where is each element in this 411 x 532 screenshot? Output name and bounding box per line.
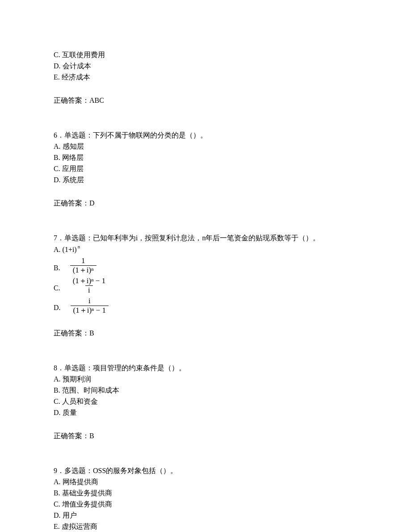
question-stem: 7．单选题：已知年利率为i，按照复利计息法，n年后一笔资金的贴现系数等于（）。	[54, 233, 357, 243]
answer-line: 正确答案：ABC	[54, 95, 357, 106]
option-c-label: C.	[54, 283, 60, 294]
option-c: C. 应用层	[54, 163, 357, 174]
answer-line: 正确答案：D	[54, 198, 357, 209]
answer-value: B	[89, 432, 94, 440]
option-b: B. 1 (1＋i)ⁿ	[54, 257, 357, 274]
option-c: C. (1＋i)ⁿ − 1 i	[54, 277, 357, 294]
answer-value: D	[89, 199, 95, 207]
question-6: 6．单选题：下列不属于物联网的分类的是（）。 A. 感知层 B. 网络层 C. …	[54, 130, 357, 209]
question-stem: 8．单选题：项目管理的约束条件是（）。	[54, 363, 357, 373]
fraction-denominator: (1＋i)ⁿ − 1	[71, 306, 109, 314]
question-8: 8．单选题：项目管理的约束条件是（）。 A. 预期利润 B. 范围、时间和成本 …	[54, 363, 357, 441]
fraction-denominator: i	[85, 285, 93, 294]
option-e: E. 经济成本	[54, 72, 357, 83]
formula-icon: (1＋i)ⁿ − 1 i	[70, 277, 109, 294]
option-c: C. 互联使用费用	[54, 50, 357, 60]
option-d: D. 系统层	[54, 175, 357, 185]
option-a-prefix: A. (1+i)	[54, 246, 77, 253]
option-b: B. 基础业务提供商	[54, 488, 357, 498]
answer-label: 正确答案：	[54, 432, 89, 440]
fraction-numerator: i	[86, 297, 93, 306]
answer-line: 正确答案：B	[54, 431, 357, 441]
option-d: D. 会计成本	[54, 61, 357, 71]
option-b: B. 范围、时间和成本	[54, 385, 357, 396]
fraction-numerator: 1	[79, 257, 88, 265]
fraction-numerator: (1＋i)ⁿ − 1	[70, 277, 109, 285]
option-a-sup: n	[78, 244, 80, 249]
question-5-partial: C. 互联使用费用 D. 会计成本 E. 经济成本 正确答案：ABC	[54, 50, 357, 106]
question-stem: 6．单选题：下列不属于物联网的分类的是（）。	[54, 130, 357, 141]
answer-label: 正确答案：	[54, 96, 89, 104]
answer-label: 正确答案：	[54, 199, 89, 207]
formula-icon: 1 (1＋i)ⁿ	[70, 257, 96, 274]
option-a: A. 网络提供商	[54, 477, 357, 487]
option-b-label: B.	[54, 263, 60, 274]
question-7: 7．单选题：已知年利率为i，按照复利计息法，n年后一笔资金的贴现系数等于（）。 …	[54, 233, 357, 339]
option-b: B. 网络层	[54, 152, 357, 163]
option-d: D. i (1＋i)ⁿ − 1	[54, 297, 357, 314]
formula-icon: i (1＋i)ⁿ − 1	[71, 297, 109, 314]
option-c: C. 增值业务提供商	[54, 499, 357, 510]
option-c: C. 人员和资金	[54, 396, 357, 407]
option-d: D. 用户	[54, 510, 357, 521]
answer-value: ABC	[89, 96, 104, 104]
option-d-label: D.	[54, 302, 61, 314]
fraction-denominator: (1＋i)ⁿ	[70, 265, 96, 274]
option-a: A. 感知层	[54, 141, 357, 152]
option-a: A. 预期利润	[54, 374, 357, 385]
answer-value: B	[89, 329, 94, 337]
question-stem: 9．多选题：OSS的服务对象包括（）。	[54, 465, 357, 476]
question-9: 9．多选题：OSS的服务对象包括（）。 A. 网络提供商 B. 基础业务提供商 …	[54, 465, 357, 532]
option-e: E. 虚拟运营商	[54, 521, 357, 532]
answer-label: 正确答案：	[54, 329, 89, 337]
option-d: D. 质量	[54, 407, 357, 418]
option-a: A. (1+i)n	[54, 244, 357, 255]
answer-line: 正确答案：B	[54, 328, 357, 339]
